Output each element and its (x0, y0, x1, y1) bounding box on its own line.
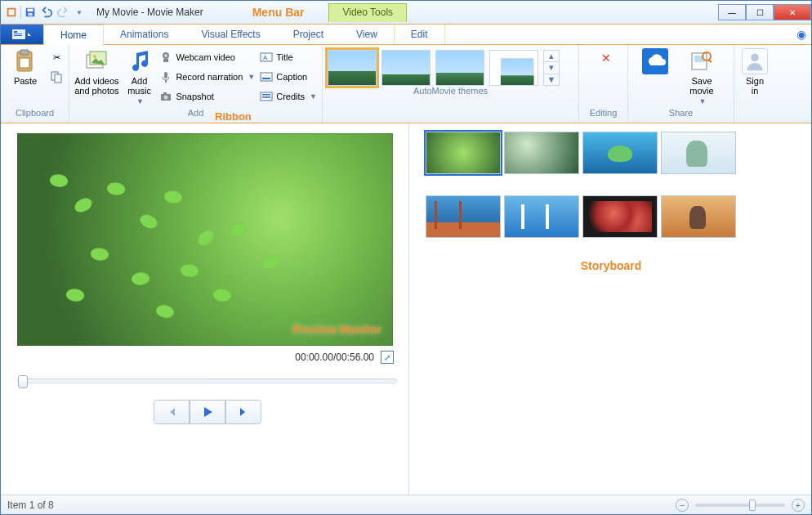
svg-point-18 (164, 54, 167, 57)
sign-in-button[interactable]: Sign in (739, 48, 770, 96)
qat-separator (20, 6, 21, 19)
qat-dropdown-icon[interactable]: ▼ (72, 5, 87, 20)
record-narration-button[interactable]: Record narration▼ (159, 68, 255, 86)
clip-4[interactable] (661, 132, 736, 174)
play-button[interactable] (190, 400, 225, 424)
preview-pane: Preview Monitor 00:00.00/00:56.00 ⤢ (1, 123, 409, 496)
title-icon: A (260, 51, 273, 64)
delete-icon[interactable]: ✕ (601, 52, 611, 65)
automovie-theme-gallery-more[interactable]: ▴▾▼ (543, 50, 560, 86)
window-title: My Movie - Movie Maker (96, 7, 203, 18)
zoom-slider[interactable] (695, 504, 785, 507)
app-icon[interactable] (4, 5, 19, 20)
fullscreen-icon[interactable]: ⤢ (381, 351, 394, 364)
clip-8[interactable] (661, 195, 736, 238)
undo-icon[interactable] (39, 5, 54, 20)
zoom-in-button[interactable]: + (792, 499, 805, 512)
redo-icon[interactable] (56, 5, 70, 20)
tab-project[interactable]: Project (277, 25, 340, 44)
svg-rect-10 (20, 50, 29, 55)
seek-bar[interactable] (17, 378, 397, 383)
svg-rect-7 (14, 34, 22, 34)
svg-rect-6 (14, 31, 17, 33)
svg-rect-30 (262, 94, 270, 95)
credits-button[interactable]: Credits▼ (260, 87, 317, 105)
tab-view[interactable]: View (340, 25, 394, 44)
person-icon (742, 48, 768, 74)
save-icon[interactable] (23, 5, 38, 20)
music-note-icon (127, 48, 153, 74)
clip-2[interactable] (504, 132, 579, 174)
copy-icon (50, 70, 63, 83)
clip-7[interactable] (582, 195, 658, 238)
automovie-theme-1[interactable] (328, 50, 377, 86)
group-clipboard: Paste ✂ Clipboard (1, 45, 69, 123)
snapshot-button[interactable]: Snapshot (159, 87, 255, 105)
paste-button[interactable]: Paste (6, 48, 45, 86)
svg-rect-28 (262, 78, 270, 79)
tab-visual-effects[interactable]: Visual Effects (185, 25, 276, 44)
clip-3[interactable] (582, 132, 658, 174)
window-controls: — ☐ ✕ (718, 4, 811, 20)
svg-rect-20 (164, 72, 167, 78)
save-movie-button[interactable]: Save movie▼ (682, 48, 721, 105)
help-icon[interactable]: ◉ (792, 25, 811, 44)
group-label-clipboard: Clipboard (1, 108, 69, 123)
clip-6[interactable] (504, 195, 579, 238)
svg-rect-24 (163, 92, 167, 94)
tab-animations[interactable]: Animations (104, 25, 185, 44)
automovie-theme-4[interactable] (489, 50, 538, 86)
close-button[interactable]: ✕ (774, 4, 811, 20)
automovie-theme-3[interactable] (435, 50, 484, 86)
maximize-button[interactable]: ☐ (746, 4, 774, 20)
annotation-preview: Preview Monitor (293, 323, 381, 336)
timecode-row: 00:00.00/00:56.00 ⤢ (17, 351, 394, 364)
onedrive-icon (642, 48, 668, 74)
svg-rect-13 (55, 74, 61, 83)
quick-access-toolbar: ▼ (1, 5, 90, 20)
group-share: Save movie▼ Share (628, 45, 734, 123)
cut-button[interactable]: ✂ (50, 48, 63, 66)
webcam-video-button[interactable]: Webcam video (159, 48, 255, 66)
svg-rect-32 (262, 97, 270, 98)
automovie-theme-2[interactable] (381, 50, 431, 86)
next-frame-button[interactable] (225, 400, 261, 424)
storyboard-row-1 (426, 132, 796, 174)
clip-5[interactable] (426, 195, 501, 238)
title-bar: ▼ My Movie - Movie Maker Menu Bar Video … (1, 1, 811, 24)
timecode: 00:00.00/00:56.00 (295, 352, 374, 363)
seek-thumb[interactable] (18, 375, 28, 388)
svg-rect-21 (165, 80, 167, 83)
clip-1[interactable] (426, 132, 501, 174)
scissors-icon: ✂ (50, 51, 63, 64)
status-item-count: Item 1 of 8 (7, 499, 54, 511)
zoom-thumb[interactable] (749, 499, 756, 511)
photo-stack-icon (83, 48, 109, 74)
add-videos-photos-button[interactable]: Add videos and photos (74, 48, 119, 96)
status-bar: Item 1 of 8 − + (1, 495, 811, 514)
ribbon: Paste ✂ Clipboard Add videos and photos … (1, 45, 811, 123)
minimize-button[interactable]: — (718, 4, 746, 20)
main-area: Preview Monitor 00:00.00/00:56.00 ⤢ Stor… (1, 123, 811, 496)
group-label-signin (734, 108, 775, 123)
copy-button[interactable] (50, 68, 63, 86)
contextual-tab-video-tools[interactable]: Video Tools (328, 3, 407, 22)
group-add: Add videos and photos Add music▼ Webcam … (69, 45, 323, 123)
onedrive-button[interactable] (633, 48, 677, 74)
caption-icon (260, 70, 273, 83)
svg-point-23 (164, 96, 168, 100)
group-editing: ✕ Editing (579, 45, 628, 123)
caption-button[interactable]: Caption (260, 68, 317, 86)
tab-home[interactable]: Home (43, 25, 104, 45)
storyboard-pane[interactable]: Storyboard (409, 123, 811, 496)
title-button[interactable]: ATitle (260, 48, 317, 66)
add-music-button[interactable]: Add music▼ (124, 48, 155, 105)
prev-frame-button[interactable] (154, 400, 190, 424)
file-tab[interactable] (1, 25, 43, 44)
zoom-out-button[interactable]: − (676, 499, 689, 512)
group-label-automovie: AutoMovie themes (323, 86, 578, 101)
svg-rect-8 (14, 35, 22, 36)
preview-monitor[interactable]: Preview Monitor (17, 133, 393, 346)
tab-edit[interactable]: Edit (394, 25, 445, 44)
svg-point-38 (751, 54, 758, 61)
